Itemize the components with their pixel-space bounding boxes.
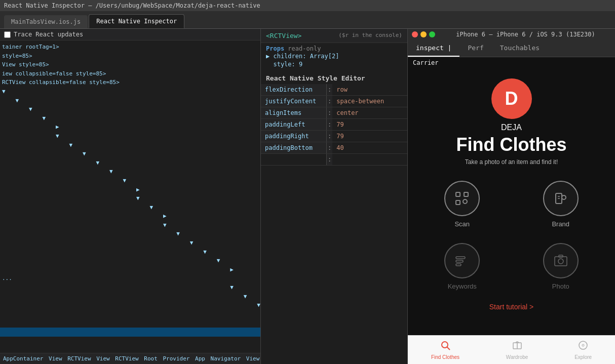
photo-label: Photo <box>552 282 569 290</box>
svg-point-7 <box>562 195 566 199</box>
svg-rect-2 <box>456 200 460 205</box>
tree-line[interactable]: ▶ <box>0 328 260 337</box>
photo-icon <box>553 253 569 269</box>
right-panel: iPhone 6 – iPhone 6 / iOS 9.3 (13E230) i… <box>408 29 615 364</box>
svg-point-19 <box>582 344 584 346</box>
phone-tab-find-clothes[interactable]: Find Clothes <box>431 340 459 360</box>
tree-line[interactable]: ▶ <box>0 185 260 194</box>
breadcrumb-item[interactable]: RCTView <box>115 355 138 362</box>
inspect-tab[interactable]: inspect | <box>408 40 459 57</box>
tree-line[interactable]: ▼ <box>0 87 260 96</box>
tree-line[interactable]: ▼ <box>0 229 260 238</box>
grid-item-brand: Brand <box>543 181 579 228</box>
tree-line[interactable]: ▼ <box>0 132 260 141</box>
breadcrumb-item[interactable]: Provider <box>163 355 189 362</box>
props-header: <RCTView> ($r in the console) <box>261 29 407 43</box>
breadcrumb: AppContainer View RCTView View RCTView R… <box>0 353 260 364</box>
breadcrumb-item[interactable]: Navigator <box>211 355 241 362</box>
tree-line[interactable]: tainer rootTag=1> <box>0 43 260 52</box>
perf-tab[interactable]: Perf <box>459 40 491 57</box>
touchables-tab[interactable]: Touchables <box>492 40 548 57</box>
tab-main-tabs-view[interactable]: MainTabsView.ios.js <box>4 15 88 28</box>
style-sep: : <box>327 84 332 95</box>
app-name: DEJA <box>501 123 522 132</box>
tree-line[interactable]: ▼ <box>0 256 260 265</box>
style-val[interactable] <box>332 154 407 165</box>
style-val[interactable]: space-between <box>332 96 407 107</box>
style-val[interactable]: row <box>332 84 407 95</box>
style-row: paddingBottom:40 <box>261 142 407 154</box>
tree-line[interactable]: RCTView collapsible=false style=85> <box>0 78 260 87</box>
trace-checkbox[interactable] <box>4 31 11 38</box>
tree-line[interactable]: ▼ <box>0 149 260 158</box>
style-sep: : <box>327 119 332 130</box>
props-section: Props read-only ▶ children: Array[2] sty… <box>261 43 407 70</box>
tree-line[interactable]: ▼ <box>0 96 260 105</box>
breadcrumb-item[interactable]: RCTView <box>67 355 91 362</box>
tree-line[interactable]: ▼ <box>0 203 260 212</box>
tree-line[interactable]: style=85> <box>0 52 260 61</box>
start-tutorial[interactable]: Start tutorial > <box>408 295 615 318</box>
grid-item-scan: Scan <box>444 181 480 228</box>
breadcrumb-item[interactable]: View <box>246 355 260 362</box>
app-tagline: Take a photo of an item and find it! <box>465 158 558 166</box>
breadcrumb-item[interactable]: App <box>195 355 205 362</box>
traffic-light-green[interactable] <box>429 31 435 37</box>
tree-line[interactable]: ▼ <box>0 105 260 114</box>
phone-carrier: Carrier <box>408 57 615 68</box>
tree-line[interactable]: ▶ ... <box>0 265 260 283</box>
scan-icon-circle[interactable] <box>444 181 480 216</box>
style-row: : <box>261 154 407 166</box>
breadcrumb-item[interactable]: AppContainer <box>3 355 43 362</box>
tree-line[interactable]: ▼ <box>0 176 260 185</box>
tab-rn-inspector[interactable]: React Native Inspector <box>89 14 184 28</box>
tree-line[interactable]: ▼ <box>0 318 260 328</box>
tree-line[interactable]: ▼ <box>0 221 260 230</box>
breadcrumb-item[interactable]: View <box>49 355 62 362</box>
app-title-large: Find Clothes <box>456 134 567 155</box>
photo-icon-circle[interactable] <box>543 243 579 278</box>
traffic-light-red[interactable] <box>412 31 418 37</box>
svg-line-15 <box>447 347 450 350</box>
tree-container[interactable]: tainer rootTag=1>style=85>View style=85>… <box>0 41 260 353</box>
keywords-icon-circle[interactable] <box>444 243 480 278</box>
tree-line[interactable]: iew collapsible=false style=85> <box>0 69 260 78</box>
tree-line[interactable]: ▼ <box>0 194 260 203</box>
trace-bar: Trace React updates <box>0 29 260 41</box>
style-table: flexDirection:rowjustifyContent:space-be… <box>261 84 407 364</box>
svg-rect-9 <box>456 260 463 262</box>
tree-line[interactable]: ▼ <box>0 292 260 301</box>
tree-line[interactable]: ▼ <box>0 167 260 176</box>
app-logo: D <box>491 78 532 119</box>
phone-tab-explore[interactable]: Explore <box>574 340 592 360</box>
traffic-lights <box>412 31 435 37</box>
brand-icon <box>553 190 569 207</box>
tree-line[interactable]: View style=85> <box>0 60 260 69</box>
tree-line[interactable]: ▼ <box>0 301 260 310</box>
brand-icon-circle[interactable] <box>543 181 579 216</box>
style-val[interactable]: center <box>332 107 407 118</box>
style-val[interactable]: 40 <box>332 142 407 153</box>
tree-line[interactable]: ▼ ... <box>0 310 260 319</box>
tree-line[interactable]: ▼ <box>0 283 260 292</box>
tree-line[interactable]: ▶ <box>0 345 260 353</box>
tree-line[interactable]: ▼ <box>0 114 260 123</box>
style-row: justifyContent:space-between <box>261 96 407 107</box>
tree-line[interactable]: ▶ <box>0 123 260 132</box>
style-val[interactable]: 79 <box>332 131 407 142</box>
traffic-light-yellow[interactable] <box>420 31 427 37</box>
tree-line[interactable]: ▼ <box>0 158 260 168</box>
phone-tab-wardrobe[interactable]: Wardrobe <box>506 340 528 360</box>
style-val[interactable]: 79 <box>332 119 407 130</box>
breadcrumb-item[interactable]: Root <box>144 355 158 362</box>
svg-rect-13 <box>559 255 563 257</box>
tree-line[interactable]: ▼ <box>0 248 260 257</box>
tree-line[interactable]: ▶ <box>0 212 260 221</box>
props-item-children: ▶ children: Array[2] <box>266 52 402 60</box>
tree-line[interactable]: ▼ <box>0 238 260 248</box>
keywords-label: Keywords <box>448 282 477 290</box>
tree-line[interactable]: ▶ <box>0 337 260 346</box>
tree-line[interactable]: ▼ <box>0 141 260 150</box>
breadcrumb-item[interactable]: View <box>96 355 110 362</box>
find-clothes-tab-label: Find Clothes <box>431 354 459 360</box>
